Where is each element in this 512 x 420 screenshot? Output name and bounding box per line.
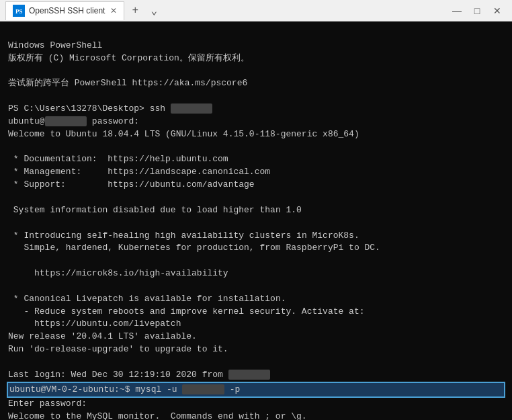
terminal-line-l15 (8, 217, 504, 230)
new-tab-button[interactable]: + (126, 1, 144, 20)
terminal-line-l28: ubuntu@VM-0-2-ubuntu:~$ mysql -u -p (7, 382, 505, 398)
terminal-line-l3 (8, 65, 504, 78)
maximize-button[interactable]: □ (468, 1, 486, 20)
terminal-line-l23: https://ubuntu.com/livepatch (8, 318, 504, 331)
terminal-line-l18 (8, 255, 504, 267)
terminal-line-l29: Enter password: (8, 398, 504, 411)
terminal-line-l17: Simple, hardened, Kubernetes for product… (8, 242, 504, 255)
terminal-line-l2: 版权所有 (C) Microsoft Corporation。保留所有权利。 (8, 52, 504, 65)
terminal-line-l12: * Support: https://ubuntu.com/advantage (8, 179, 504, 192)
title-bar: PS OpenSSH SSH client ✕ + ⌄ — □ ✕ (0, 0, 512, 22)
terminal-line-l5 (8, 90, 504, 103)
terminal-line-l13 (8, 192, 504, 204)
tab-icon: PS (13, 5, 25, 17)
terminal-line-l22: - Reduce system reboots and improve kern… (8, 306, 504, 319)
terminal-line-l24: New release '20.04.1 LTS' available. (8, 331, 504, 343)
terminal-line-l10: * Documentation: https://help.ubuntu.com (8, 153, 504, 166)
terminal-line-l6: PS C:\Users\13278\Desktop> ssh (8, 103, 504, 116)
terminal-line-l16: * Introducing self-healing high availabi… (8, 230, 504, 243)
terminal-line-l9 (8, 141, 504, 154)
tab-close-button[interactable]: ✕ (110, 6, 117, 15)
window-controls: — □ ✕ (447, 1, 507, 20)
terminal-line-l26 (8, 356, 504, 369)
window-close-button[interactable]: ✕ (488, 1, 507, 20)
terminal-line-l21: * Canonical Livepatch is available for i… (8, 293, 504, 306)
terminal-output[interactable]: Windows PowerShell 版权所有 (C) Microsoft Co… (0, 22, 512, 420)
tab-label: OpenSSH SSH client (29, 6, 105, 15)
terminal-line-l11: * Management: https://landscape.canonica… (8, 166, 504, 179)
terminal-line-l1: Windows PowerShell (8, 40, 504, 52)
terminal-line-l27: Last login: Wed Dec 30 12:19:10 2020 fro… (8, 369, 504, 382)
terminal-line-l25: Run 'do-release-upgrade' to upgrade to i… (8, 343, 504, 356)
terminal-line-l14: System information disabled due to load … (8, 204, 504, 217)
tab-openssh[interactable]: PS OpenSSH SSH client ✕ (5, 1, 124, 20)
terminal-line-l8: Welcome to Ubuntu 18.04.4 LTS (GNU/Linux… (8, 128, 504, 141)
terminal-line-l4: 尝试新的跨平台 PowerShell https://aka.ms/pscore… (8, 77, 504, 90)
minimize-button[interactable]: — (447, 1, 466, 20)
svg-text:PS: PS (15, 8, 23, 15)
terminal-line-l30: Welcome to the MySQL monitor. Commands e… (8, 411, 504, 420)
tab-dropdown-button[interactable]: ⌄ (144, 1, 163, 20)
terminal-line-l7: ubuntu@ password: (8, 116, 504, 128)
terminal-line-l19: https://microk8s.io/high-availability (8, 267, 504, 280)
terminal-line-l20 (8, 280, 504, 293)
